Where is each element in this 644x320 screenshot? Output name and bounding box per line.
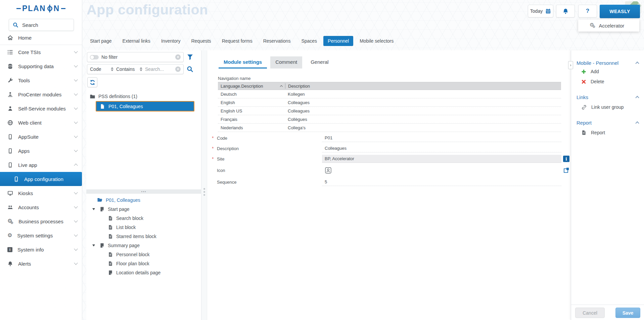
caret-down-icon[interactable]	[92, 208, 95, 210]
tree-node-location-details-page[interactable]: Location details page	[86, 268, 201, 277]
field-sort-icon[interactable]	[111, 67, 113, 71]
notifications-button[interactable]	[556, 5, 575, 17]
link-user-group-action[interactable]: Link user group	[577, 102, 639, 112]
globe-icon	[7, 120, 13, 126]
column-header-language[interactable]: Language.Description	[218, 84, 285, 89]
clear-search-icon[interactable]	[175, 66, 181, 72]
tab-spaces[interactable]: Spaces	[297, 36, 321, 46]
icon-picker[interactable]	[322, 165, 561, 176]
tab-general[interactable]: General	[306, 56, 333, 68]
site-info-button[interactable]	[563, 155, 569, 162]
sidebar-item-system-settings[interactable]: ⚙ System settings	[0, 228, 82, 242]
description-input[interactable]: Colleagues	[322, 144, 561, 152]
tab-external-links[interactable]: External links	[118, 36, 155, 46]
sidebar-item-app-configuration[interactable]: App configuration	[0, 172, 82, 186]
open-icon-dialog-button[interactable]	[563, 167, 569, 174]
table-row[interactable]: Français Collègues	[218, 115, 561, 124]
tab-reservations[interactable]: Reservations	[259, 36, 295, 46]
sidebar-item-label: Core TSIs	[18, 49, 41, 55]
search-operator-select[interactable]: Contains	[116, 66, 137, 72]
tree-node-starred-items-block[interactable]: Starred items block	[86, 232, 201, 241]
chevron-down-icon	[74, 92, 78, 95]
sidebar-item-procenter-modules[interactable]: ProCenter modules	[0, 87, 82, 101]
help-button[interactable]: ?	[578, 5, 597, 17]
sidebar-item-self-service-modules[interactable]: Self-Service modules	[0, 101, 82, 116]
tree-node-p01-colleagues-selected[interactable]: P01, Colleagues	[96, 101, 194, 111]
table-row[interactable]: Deutsch Kollegen	[218, 90, 561, 98]
search-input[interactable]: Search...	[145, 66, 173, 72]
tab-start-page[interactable]: Start page	[86, 36, 116, 46]
search-field-select[interactable]: Code	[90, 66, 108, 72]
tree-node-list-block[interactable]: List block	[86, 223, 201, 232]
cancel-button[interactable]: Cancel	[575, 308, 605, 318]
sidebar-item-apps[interactable]: Apps	[0, 144, 82, 158]
sidebar-item-accounts[interactable]: Accounts	[0, 200, 82, 214]
tab-inventory[interactable]: Inventory	[157, 36, 185, 46]
tree-node-search-block[interactable]: Search block	[86, 214, 201, 223]
person-icon	[7, 106, 13, 111]
tab-comment[interactable]: Comment	[270, 56, 302, 68]
tree-node-start-page[interactable]: Start page	[86, 204, 201, 214]
filter-toggle[interactable]	[90, 55, 99, 59]
vertical-splitter[interactable]	[201, 50, 207, 320]
delete-action[interactable]: Delete	[577, 77, 639, 87]
caret-down-icon[interactable]	[92, 244, 95, 246]
save-button[interactable]: Save	[615, 308, 640, 318]
horizontal-splitter[interactable]	[86, 189, 201, 194]
section-mobile-personnel[interactable]: Mobile - Personnel	[577, 59, 639, 66]
report-action[interactable]: Report	[577, 128, 639, 138]
tab-personnel[interactable]: Personnel	[323, 36, 353, 46]
sidebar-item-supporting-data[interactable]: Supporting data	[0, 59, 82, 73]
tree-node-p01-colleagues[interactable]: P01, Colleagues	[86, 195, 201, 204]
site-field[interactable]: BP, Accelerator	[322, 155, 561, 163]
refresh-button[interactable]	[87, 77, 97, 87]
tab-requests[interactable]: Requests	[187, 36, 215, 46]
sequence-input[interactable]: 5	[322, 178, 561, 186]
tab-mobile-selectors[interactable]: Mobile selectors	[355, 36, 398, 46]
chevron-down-icon	[74, 219, 78, 222]
sidebar-item-label: Home	[18, 35, 32, 41]
table-row[interactable]: English US Colleagues	[218, 107, 561, 115]
action-panel-collapse-handle[interactable]	[568, 61, 573, 69]
tree-node-floor-plan-block[interactable]: Floor plan block	[86, 259, 201, 268]
sidebar-item-appsuite[interactable]: AppSuite	[0, 130, 82, 144]
sidebar-item-core-tsis[interactable]: Core TSIs	[0, 45, 82, 59]
tree-node-pss-definitions[interactable]: PSS definitions (1)	[90, 92, 137, 101]
table-row[interactable]: Nederlands Collega's	[218, 124, 561, 132]
sidebar: PLANN Search Home Core TSIs Supporting d…	[0, 0, 82, 320]
sidebar-item-live-app[interactable]: Live app	[0, 158, 82, 172]
user-button[interactable]: WEASLY	[600, 5, 640, 18]
sidebar-item-tools[interactable]: Tools	[0, 73, 82, 87]
clear-filter-icon[interactable]	[175, 54, 181, 60]
accelerator-menu-item[interactable]: ⚙⚙ Accelerator	[578, 19, 639, 32]
add-action[interactable]: Add	[577, 66, 639, 77]
section-report[interactable]: Report	[577, 119, 639, 126]
tree-node-label: PSS definitions (1)	[98, 94, 137, 99]
section-title: Report	[577, 120, 592, 126]
detail-panel: Module settings Comment General Navigati…	[207, 50, 571, 320]
page-icon	[99, 243, 105, 248]
column-header-description[interactable]: Description	[285, 83, 561, 89]
sidebar-item-home[interactable]: Home	[0, 31, 82, 45]
tree-node-label: Starred items block	[116, 234, 156, 239]
table-row[interactable]: English Colleagues	[218, 98, 561, 107]
sidebar-item-business-processes[interactable]: ⚙⚙ Business processes	[0, 214, 82, 228]
tab-request-forms[interactable]: Request forms	[218, 36, 257, 46]
code-input[interactable]: P01	[322, 134, 561, 142]
double-gear-icon: ⚙⚙	[7, 218, 13, 225]
sidebar-item-web-client[interactable]: Web client	[0, 116, 82, 130]
tree-node-personnel-block[interactable]: Personnel block	[86, 250, 201, 259]
sidebar-item-kiosks[interactable]: Kiosks	[0, 186, 82, 200]
search-button[interactable]	[186, 65, 194, 74]
section-links[interactable]: Links	[577, 93, 639, 101]
today-button[interactable]: Today	[528, 5, 553, 17]
filter-funnel-button[interactable]	[186, 53, 194, 61]
action-label: Add	[591, 69, 599, 74]
sidebar-item-alerts[interactable]: Alerts	[0, 257, 82, 271]
tab-module-settings[interactable]: Module settings	[219, 56, 267, 68]
page-icon	[99, 207, 105, 212]
operator-sort-icon[interactable]	[140, 67, 142, 71]
tree-node-summary-page[interactable]: Summary page	[86, 241, 201, 250]
sidebar-item-system-info[interactable]: System info	[0, 242, 82, 257]
sidebar-search-input[interactable]: Search	[9, 19, 74, 31]
